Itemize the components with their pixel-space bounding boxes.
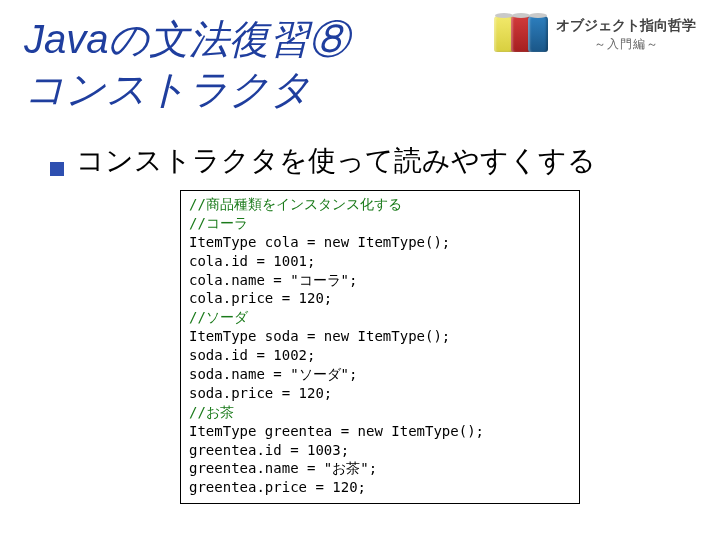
logo-area: オブジェクト指向哲学 ～入門編～ [497,16,696,52]
can-soda-icon [528,16,548,52]
code-line: soda.name = "ソーダ"; [189,366,357,382]
code-line: ItemType soda = new ItemType(); [189,328,450,344]
logo-main: オブジェクト指向哲学 [556,16,696,36]
code-line: ItemType cola = new ItemType(); [189,234,450,250]
code-comment: //商品種類をインスタンス化する [189,196,402,212]
code-line: cola.id = 1001; [189,253,315,269]
code-line: soda.price = 120; [189,385,332,401]
cans-icon [497,16,548,52]
bullet-row: コンストラクタを使って読みやすくする [50,142,696,180]
code-line: greentea.price = 120; [189,479,366,495]
header-row: Javaの文法復習⑧ コンストラクタ オブジェクト指向哲学 ～入門編～ [24,14,696,114]
slide: Javaの文法復習⑧ コンストラクタ オブジェクト指向哲学 ～入門編～ コンスト… [0,0,720,528]
bullet-text: コンストラクタを使って読みやすくする [76,142,596,180]
code-comment: //コーラ [189,215,248,231]
code-line: greentea.name = "お茶"; [189,460,377,476]
bullet-square-icon [50,162,64,176]
code-line: soda.id = 1002; [189,347,315,363]
code-line: ItemType greentea = new ItemType(); [189,423,484,439]
code-comment: //ソーダ [189,309,248,325]
code-comment: //お茶 [189,404,234,420]
code-box: //商品種類をインスタンス化する //コーラ ItemType cola = n… [180,190,580,504]
logo-text: オブジェクト指向哲学 ～入門編～ [556,16,696,52]
code-line: cola.name = "コーラ"; [189,272,357,288]
code-line: greentea.id = 1003; [189,442,349,458]
logo-sub: ～入門編～ [556,36,696,53]
code-line: cola.price = 120; [189,290,332,306]
slide-title: Javaの文法復習⑧ コンストラクタ [24,14,350,114]
